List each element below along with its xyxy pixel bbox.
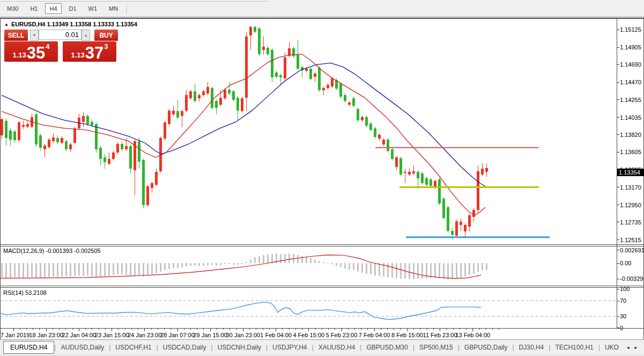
sell-price-main: 35 — [27, 46, 45, 60]
timeframe-button-h1[interactable]: H1 — [26, 3, 42, 14]
chevron-down-icon: ▼ — [32, 33, 36, 37]
time-axis-label: 24 Jan 23:00 — [128, 332, 162, 338]
toolbar-grip — [0, 1, 268, 2]
price-axis-label: 1.12735 — [620, 219, 641, 226]
sell-price-button[interactable]: 1.13 35 4 — [4, 41, 58, 62]
chart-symbol-header: ▲ EURUSD,H4 1.13349 1.13358 1.13333 1.13… — [4, 21, 137, 27]
sell-button[interactable]: SELL — [4, 30, 28, 41]
price-axis-label: 1.13170 — [620, 184, 641, 191]
time-axis-label: 4 Feb 15:00 — [293, 332, 324, 338]
macd-axis-label: 0.00 — [620, 260, 631, 266]
price-axis-label: 1.14905 — [620, 44, 641, 50]
macd-histogram — [1, 253, 487, 279]
chevron-up-icon: ▲ — [84, 33, 88, 37]
time-axis-label: 18 Jan 23:00 — [29, 332, 63, 338]
time-axis-label: 1 Feb 04:00 — [260, 332, 292, 338]
buy-button[interactable]: BUY — [94, 30, 118, 41]
price-axis-label: 1.14035 — [620, 114, 641, 121]
scroll-left-icon[interactable]: ◂ — [627, 345, 630, 350]
time-axis-label: 8 Feb 15:00 — [391, 332, 423, 338]
timeframe-buttons: M30H1H4D1W1MN — [1, 3, 130, 14]
chart-tab-usdcad-daily[interactable]: USDCAD,Daily — [158, 342, 211, 353]
time-axis-label: 17 Jan 2019 — [0, 332, 29, 338]
time-axis-label: 5 Feb 23:00 — [326, 332, 358, 338]
price-axis-label: 1.14255 — [620, 97, 641, 103]
ma-slow-line — [2, 63, 485, 186]
price-axis-label: 1.12950 — [620, 202, 641, 208]
symbol-ohlc-text: EURUSD,H4 1.13349 1.13358 1.13333 1.1335… — [11, 21, 137, 27]
sell-price-pipette: 4 — [46, 42, 49, 50]
chart-tab-usdcnh-daily[interactable]: USDCNH,Daily — [213, 342, 266, 353]
timeframe-button-m30[interactable]: M30 — [3, 3, 23, 14]
macd-axis-label: 0.002691 — [620, 247, 644, 253]
splitter-rsi-top — [0, 287, 644, 288]
price-axis-label: 1.14690 — [620, 61, 641, 68]
time-axis-label: 28 Jan 07:00 — [160, 332, 195, 338]
chart-tab-gbpusd-daily[interactable]: GBPUSD,Daily — [460, 342, 513, 353]
time-axis-label: 29 Jan 15:00 — [193, 332, 227, 338]
one-click-trading-panel: SELL ▼ ▲ BUY 1.13 35 4 1.13 37 3 — [4, 30, 118, 62]
chart-tab-usdchf-h1[interactable]: USDCHF,H1 — [110, 342, 156, 353]
price-axis-label: 1.13605 — [620, 149, 641, 155]
chart-tab-bar: EURUSD,H4|AUDUSD,Daily|USDCHF,H1|USDCAD,… — [0, 339, 644, 354]
time-axis-label: 7 Feb 04:00 — [359, 332, 390, 338]
chart-tab-gbpusd-m30[interactable]: GBPUSD,M30 — [361, 342, 412, 353]
tab-scroll-arrows: ◂▸ — [627, 345, 637, 350]
rsi-axis-label: 70 — [620, 297, 626, 304]
splitter-macd-top — [0, 246, 644, 246]
chart-tab-eurusd-h4[interactable]: EURUSD,H4 — [3, 341, 54, 354]
timeframe-button-w1[interactable]: W1 — [84, 3, 102, 14]
price-axis-label: 1.15125 — [620, 26, 641, 33]
rsi-axis-label: 30 — [620, 313, 626, 319]
timeframe-button-mn[interactable]: MN — [105, 3, 122, 14]
collapse-triangle-icon[interactable]: ▲ — [4, 22, 9, 27]
buy-price-main: 37 — [85, 46, 103, 60]
time-axis-label: 11 Feb 23:00 — [423, 332, 457, 338]
sell-price-prefix: 1.13 — [12, 51, 26, 59]
chart-tab-usdjpy-h4[interactable]: USDJPY,H4 — [268, 342, 312, 353]
price-axis-label: 1.12515 — [620, 237, 641, 243]
macd-axis-label: -0.003296 — [620, 275, 644, 282]
time-axis-label: 13 Feb 04:00 — [455, 332, 490, 338]
volume-increase-button[interactable]: ▲ — [82, 30, 90, 41]
current-price-badge: 1.13354 — [617, 169, 644, 176]
time-axis-label: 23 Jan 15:00 — [95, 332, 129, 338]
macd-title: MACD(12,26,9) -0.001393 -0.002505 — [3, 248, 101, 254]
chart-tab-dj30-h4[interactable]: DJ30,H4 — [514, 342, 549, 353]
timeframe-button-h4[interactable]: H4 — [45, 3, 61, 14]
volume-input[interactable] — [39, 30, 82, 40]
price-axis-label: 1.13820 — [620, 132, 641, 138]
chart-tab-xauusd-h4[interactable]: XAUUSD,H4 — [314, 342, 360, 353]
chart-tab-sp500-m15[interactable]: SP500,M15 — [414, 342, 458, 353]
time-axis-label: 30 Jan 23:00 — [226, 332, 261, 338]
chart-tab-audusd-daily[interactable]: AUDUSD,Daily — [56, 342, 109, 353]
rsi-title: RSI(14) 53.2108 — [3, 289, 47, 296]
scroll-right-icon[interactable]: ▸ — [634, 345, 637, 350]
axis-border — [0, 328, 644, 329]
volume-decrease-button[interactable]: ▼ — [30, 30, 39, 41]
timeframe-button-d1[interactable]: D1 — [65, 3, 81, 14]
rsi-line — [0, 302, 481, 319]
splitter-macd-rsi[interactable] — [0, 286, 644, 286]
buy-price-prefix: 1.13 — [71, 51, 84, 59]
buy-price-button[interactable]: 1.13 37 3 — [63, 41, 116, 62]
chart-tab-tech100-h1[interactable]: TECH100,H1 — [550, 342, 598, 353]
price-axis-label: 1.14470 — [620, 79, 641, 85]
chart-tab-uko[interactable]: UKO — [600, 342, 624, 353]
buy-price-pipette: 3 — [104, 42, 108, 50]
timeframe-toolbar: M30H1H4D1W1MN — [0, 0, 644, 17]
splitter-main-macd[interactable] — [0, 244, 644, 245]
time-axis-label: 22 Jan 04:00 — [62, 332, 97, 338]
toolbar-separator — [127, 3, 128, 14]
